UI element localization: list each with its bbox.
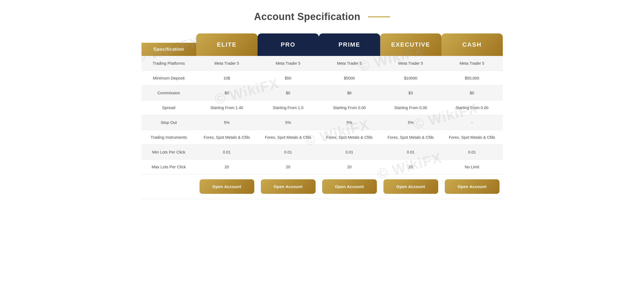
row-5-col-0: Forex, Spot Metals & Cfds [196,130,258,145]
button-row-empty [141,174,196,199]
row-7-col-1: 20 [258,160,319,174]
row-label-3: Spread [141,100,196,115]
row-4-col-2: 5% [319,115,380,130]
spec-table: Specification Elite PRO PRIME EXECUTIVE … [141,33,503,199]
page-header: Account Specification [254,11,390,22]
open-account-cell-4: Open Account [441,174,503,199]
row-1-col-2: $5000 [319,71,380,86]
row-0-col-4: Meta Trader 5 [441,56,503,71]
row-label-6: Min Lots Per Click [141,145,196,160]
open-account-button-2[interactable]: Open Account [322,179,377,194]
row-1-col-1: $50 [258,71,319,86]
row-0-col-1: Meta Trader 5 [258,56,319,71]
spec-row-2: Commission$0$0$6$3$0 [141,86,503,100]
prime-header: PRIME [319,33,380,56]
row-6-col-3: 0.01 [380,145,441,160]
row-0-col-2: Meta Trader 5 [319,56,380,71]
row-label-5: Trading Instruments [141,130,196,145]
open-account-cell-0: Open Account [196,174,258,199]
row-6-col-0: 0.01 [196,145,258,160]
row-5-col-3: Forex, Spot Metals & Cfds [380,130,441,145]
row-5-col-1: Forex, Spot Metals & Cfds [258,130,319,145]
row-4-col-0: 5% [196,115,258,130]
spec-row-3: SpreadStarting From 1.40Starting From 1.… [141,100,503,115]
row-5-col-2: Forex, Spot Metals & Cfds [319,130,380,145]
row-label-1: Minimum Deposit [141,71,196,86]
table-wrapper: © WikiFX © WikiFX © WikiFX © WikiFX © Wi… [141,33,503,199]
row-6-col-1: 0.01 [258,145,319,160]
row-4-col-1: 5% [258,115,319,130]
open-account-button-1[interactable]: Open Account [261,179,316,194]
row-1-col-3: $10000 [380,71,441,86]
col-header-prime: PRIME [319,33,380,56]
row-2-col-4: $0 [441,86,503,100]
row-0-col-3: Meta Trader 5 [380,56,441,71]
account-header-row: Specification Elite PRO PRIME EXECUTIVE … [141,33,503,56]
spec-row-7: Max Lots Per Click20202020No Limit [141,160,503,174]
row-3-col-0: Starting From 1.40 [196,100,258,115]
spec-label: Specification [141,43,196,56]
row-label-0: Trading Platforms [141,56,196,71]
pro-header: PRO [258,33,319,56]
open-account-button-4[interactable]: Open Account [445,179,499,194]
open-account-button-0[interactable]: Open Account [200,179,254,194]
row-3-col-4: Starting From 0.00 [441,100,503,115]
col-header-elite: Elite [196,33,258,56]
row-5-col-4: Forex, Spot Metals & Cfds [441,130,503,145]
page-title: Account Specification [254,11,360,22]
spec-row-6: Min Lots Per Click0.010.010.010.010.01 [141,145,503,160]
spec-row-5: Trading InstrumentsForex, Spot Metals & … [141,130,503,145]
row-3-col-2: Starting From 0.00 [319,100,380,115]
open-account-cell-3: Open Account [380,174,441,199]
row-7-col-2: 20 [319,160,380,174]
spec-row-1: Minimum Deposit10$$50$5000$10000$50,000 [141,71,503,86]
elite-header: Elite [196,33,258,56]
row-label-7: Max Lots Per Click [141,160,196,174]
row-4-col-3: 5% [380,115,441,130]
open-account-cell-2: Open Account [319,174,380,199]
row-6-col-4: 0.01 [441,145,503,160]
row-2-col-2: $6 [319,86,380,100]
row-1-col-4: $50,000 [441,71,503,86]
row-4-col-4: - [441,115,503,130]
title-decorator [368,16,390,17]
row-2-col-1: $0 [258,86,319,100]
row-6-col-2: 0.01 [319,145,380,160]
executive-header: EXECUTIVE [380,33,441,56]
row-2-col-3: $3 [380,86,441,100]
row-label-4: Stop Out [141,115,196,130]
row-7-col-4: No Limit [441,160,503,174]
spec-row-4: Stop Out5%5%5%5%- [141,115,503,130]
row-7-col-3: 20 [380,160,441,174]
row-0-col-0: Meta Trader 5 [196,56,258,71]
col-header-pro: PRO [258,33,319,56]
row-3-col-1: Starting From 1.0 [258,100,319,115]
open-account-cell-1: Open Account [258,174,319,199]
open-account-button-3[interactable]: Open Account [383,179,438,194]
cash-header: CASH [441,33,503,56]
spec-row-0: Trading PlatformsMeta Trader 5Meta Trade… [141,56,503,71]
row-3-col-3: Starting From 0.00 [380,100,441,115]
button-row: Open AccountOpen AccountOpen AccountOpen… [141,174,503,199]
col-header-cash: CASH [441,33,503,56]
row-2-col-0: $0 [196,86,258,100]
row-label-2: Commission [141,86,196,100]
col-header-executive: EXECUTIVE [380,33,441,56]
row-7-col-0: 20 [196,160,258,174]
spec-label-header-cell: Specification [141,33,196,56]
row-1-col-0: 10$ [196,71,258,86]
